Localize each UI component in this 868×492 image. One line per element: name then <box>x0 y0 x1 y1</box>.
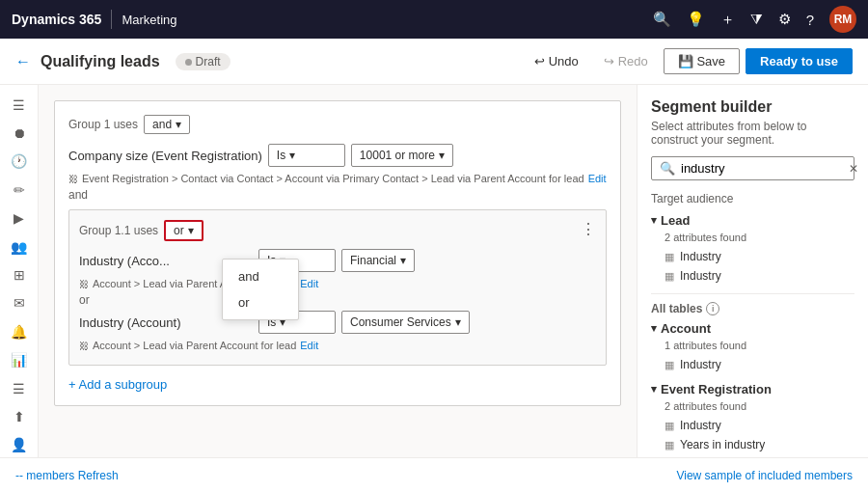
help-icon[interactable]: ? <box>806 12 814 28</box>
sidebar-clock-icon[interactable]: 🕐 <box>4 150 35 174</box>
nav-icons: 🔍 💡 ＋ ⧩ ⚙ ? RM <box>653 6 856 33</box>
draft-badge: Draft <box>176 53 231 70</box>
account-industry-item[interactable]: ▦ Industry <box>651 355 854 374</box>
dropdown-and-item[interactable]: and <box>223 263 298 289</box>
ready-to-use-button[interactable]: Ready to use <box>746 48 853 74</box>
lead-count: 2 attributes found <box>665 232 854 243</box>
event-reg-section-header[interactable]: ▾ Event Registration <box>651 382 854 396</box>
subgroup-1-1: Group 1.1 uses or ▾ and or ⋮ <box>68 209 607 366</box>
main-layout: ☰ ⏺ 🕐 ✏ ▶ 👥 ⊞ ✉ 🔔 📊 ☰ ⬆ 👤 Group 1 uses a… <box>0 85 868 457</box>
sidebar-bell-icon[interactable]: 🔔 <box>4 319 35 343</box>
lead-industry-item-2[interactable]: ▦ Industry <box>651 266 854 286</box>
members-info: -- members Refresh <box>15 469 119 482</box>
content-area: Group 1 uses and ▾ Company size (Event R… <box>39 85 637 457</box>
subgroup-header: Group 1.1 uses or ▾ and or <box>79 220 596 241</box>
plus-icon[interactable]: ＋ <box>720 11 735 29</box>
undo-button[interactable]: ↩ Undo <box>525 50 588 72</box>
save-button[interactable]: 💾 Save <box>664 48 740 74</box>
edit-link-1[interactable]: Edit <box>588 173 607 184</box>
dropdown-or-item[interactable]: or <box>223 289 298 315</box>
all-tables-label: All tables <box>651 302 702 315</box>
sidebar-grid-icon[interactable]: ⊞ <box>4 262 35 287</box>
sidebar-menu-icon[interactable]: ☰ <box>4 93 35 117</box>
sidebar-chart-icon[interactable]: 📊 <box>4 348 35 372</box>
condition1-operator[interactable]: Is ▾ <box>268 144 345 167</box>
subgroup-condition2-value[interactable]: Consumer Services ▾ <box>341 311 470 334</box>
account-label: Account <box>661 321 711 336</box>
redo-button[interactable]: ↪ Redo <box>594 50 658 72</box>
event-reg-years-label: Years in industry <box>680 438 765 451</box>
sidebar-list-icon[interactable]: ☰ <box>4 376 35 400</box>
filter-icon[interactable]: ⧩ <box>750 11 763 28</box>
sidebar-edit-icon[interactable]: ✏ <box>4 178 35 202</box>
section-divider-1 <box>651 293 854 294</box>
info-icon[interactable]: i <box>706 302 719 315</box>
operator-chevron: ▾ <box>289 149 295 162</box>
top-navigation: Dynamics 365 Marketing 🔍 💡 ＋ ⧩ ⚙ ? RM <box>0 0 868 39</box>
group1-operator-dropdown[interactable]: and ▾ <box>144 115 190 134</box>
settings-icon[interactable]: ⚙ <box>778 11 791 28</box>
avatar[interactable]: RM <box>829 6 856 33</box>
subgroup-more-button[interactable]: ⋮ <box>581 220 596 238</box>
account-chevron-icon: ▾ <box>651 322 657 335</box>
sidebar-mail-icon[interactable]: ✉ <box>4 291 35 315</box>
sc2-edit-link[interactable]: Edit <box>300 340 318 351</box>
refresh-link[interactable]: Refresh <box>78 469 119 482</box>
lead-section-header[interactable]: ▾ Lead <box>651 213 854 228</box>
bottom-bar: -- members Refresh View sample of includ… <box>0 457 868 492</box>
breadcrumb-icon: ⛓ <box>68 174 78 184</box>
event-reg-industry-item[interactable]: ▦ Industry <box>651 416 854 435</box>
redo-icon: ↪ <box>604 54 614 68</box>
or-dropdown-container: or ▾ and or <box>164 220 203 241</box>
group1-operator-chevron: ▾ <box>176 118 181 131</box>
condition-row-1: Company size (Event Registration) Is ▾ 1… <box>68 144 607 167</box>
search-icon: 🔍 <box>660 161 675 176</box>
app-name: Marketing <box>122 13 652 27</box>
attr-grid-icon-3: ▦ <box>665 359 674 371</box>
attr-grid-icon-1: ▦ <box>665 251 674 263</box>
undo-icon: ↩ <box>534 54 545 68</box>
attr-grid-icon-4: ▦ <box>665 420 674 432</box>
view-sample-link[interactable]: View sample of included members <box>676 469 853 482</box>
condition1-label: Company size (Event Registration) <box>68 149 262 163</box>
back-button[interactable]: ← <box>15 53 31 70</box>
sc2-breadcrumb-text: Account > Lead via Parent Account for le… <box>93 340 296 351</box>
lightbulb-icon[interactable]: 💡 <box>687 11 705 28</box>
panel-title: Segment builder <box>651 98 854 116</box>
header-actions: ↩ Undo ↪ Redo 💾 Save Ready to use <box>525 48 853 74</box>
condition1-value[interactable]: 10001 or more ▾ <box>351 144 453 167</box>
lead-industry-2-label: Industry <box>680 269 721 283</box>
event-reg-count: 2 attributes found <box>665 400 854 412</box>
add-subgroup-button[interactable]: + Add a subgroup <box>68 377 607 392</box>
sidebar-people-icon[interactable]: 👥 <box>4 234 35 259</box>
event-reg-chevron-icon: ▾ <box>651 383 657 396</box>
panel-desc: Select attributes from below to construc… <box>651 120 854 147</box>
event-reg-years-item[interactable]: ▦ Years in industry <box>651 435 854 454</box>
sc1-edit-link[interactable]: Edit <box>300 278 318 289</box>
account-count: 1 attributes found <box>665 340 854 351</box>
subgroup-condition-row-1: Industry (Acco... Is ▾ Financial ▾ <box>79 249 596 272</box>
group1-header: Group 1 uses and ▾ <box>68 115 607 134</box>
search-input[interactable] <box>681 161 843 176</box>
lead-industry-item-1[interactable]: ▦ Industry <box>651 247 854 266</box>
search-clear-icon[interactable]: ✕ <box>849 162 858 176</box>
sidebar-person-icon[interactable]: 👤 <box>4 433 35 457</box>
lead-label: Lead <box>661 213 690 228</box>
or-and-dropdown[interactable]: and or <box>222 259 299 320</box>
search-box: 🔍 ✕ <box>651 156 854 180</box>
subgroup-breadcrumb-2: ⛓ Account > Lead via Parent Account for … <box>79 340 596 351</box>
search-icon[interactable]: 🔍 <box>653 11 671 28</box>
sidebar-up-icon[interactable]: ⬆ <box>4 404 35 428</box>
add-subgroup-label: + Add a subgroup <box>68 377 167 392</box>
members-prefix: -- <box>15 469 23 482</box>
sc2-breadcrumb-icon: ⛓ <box>79 341 89 351</box>
page-title: Qualifying leads <box>41 53 160 70</box>
subgroup-condition1-value[interactable]: Financial ▾ <box>341 249 415 272</box>
account-section-header[interactable]: ▾ Account <box>651 321 854 336</box>
sidebar-play-icon[interactable]: ▶ <box>4 206 35 231</box>
members-label: members <box>26 469 77 482</box>
sidebar-home-icon[interactable]: ⏺ <box>4 121 35 145</box>
nav-divider <box>111 10 112 29</box>
account-industry-label: Industry <box>680 358 721 371</box>
subgroup-operator-dropdown[interactable]: or ▾ <box>164 220 203 241</box>
